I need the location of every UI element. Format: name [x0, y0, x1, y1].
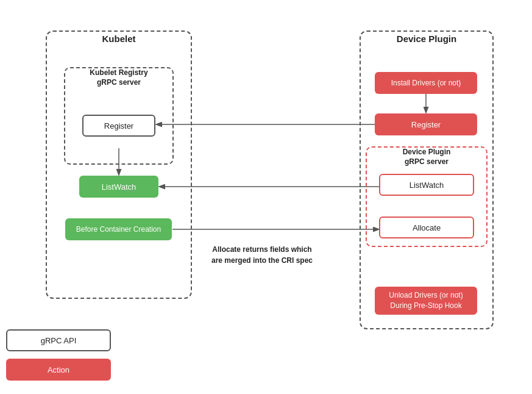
legend-grpc-api: gRPC API: [6, 329, 111, 351]
device-plugin-grpc-title: Device Plugin gRPC server: [366, 148, 488, 167]
legend-action: Action: [6, 359, 111, 381]
diagram-container: Kubelet Kubelet Registry gRPC server Reg…: [0, 0, 532, 394]
before-container-creation-button[interactable]: Before Container Creation: [65, 218, 172, 240]
kubelet-registry-title: Kubelet Registry gRPC server: [64, 68, 174, 87]
allocate-button[interactable]: Allocate: [379, 217, 474, 238]
register-kubelet-button[interactable]: Register: [82, 115, 155, 137]
device-plugin-title: Device Plugin: [360, 34, 494, 44]
register-device-button[interactable]: Register: [375, 113, 477, 135]
unload-drivers-button[interactable]: Unload Drivers (or not) During Pre-Stop …: [375, 287, 477, 315]
listwatch-kubelet-button[interactable]: ListWatch: [79, 176, 158, 198]
kubelet-title: Kubelet: [46, 34, 192, 44]
allocate-returns-text: Allocate returns fields which are merged…: [207, 244, 317, 266]
listwatch-device-button[interactable]: ListWatch: [379, 174, 474, 196]
install-drivers-button[interactable]: Install Drivers (or not): [375, 72, 477, 94]
